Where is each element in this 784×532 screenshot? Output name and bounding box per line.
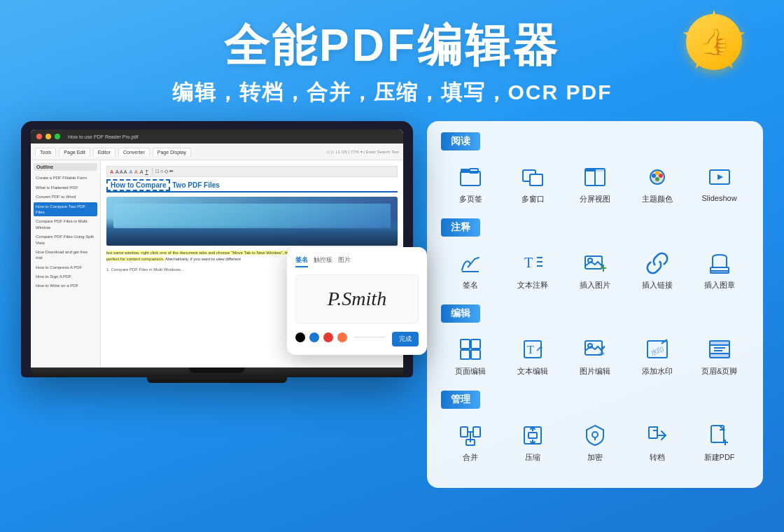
multi-window-label: 多窗口 bbox=[522, 194, 545, 204]
toolbar-tab-pageedit[interactable]: Page Edit bbox=[59, 148, 90, 156]
feature-encrypt[interactable]: 加密 bbox=[566, 417, 625, 467]
color-red[interactable] bbox=[323, 332, 333, 342]
sidebar-panel: Outline Create a PDF Fillable Form What … bbox=[31, 160, 101, 368]
pdf-title: How to Compare Two PDF Files bbox=[106, 181, 398, 192]
svg-rect-32 bbox=[471, 350, 480, 359]
svg-rect-31 bbox=[461, 350, 470, 359]
insert-link-label: 插入链接 bbox=[642, 280, 673, 290]
svg-text:水印: 水印 bbox=[649, 345, 665, 357]
feature-split-view[interactable]: 分屏视图 bbox=[566, 159, 625, 209]
feature-image-edit[interactable]: 图片编辑 bbox=[566, 331, 625, 381]
svg-rect-8 bbox=[586, 169, 594, 172]
sign-icon bbox=[456, 249, 484, 277]
toolbar-tab-tools[interactable]: Tools bbox=[35, 148, 56, 156]
color-orange[interactable] bbox=[337, 332, 347, 342]
page-edit-label: 页面编辑 bbox=[455, 366, 486, 377]
feature-slideshow[interactable]: Slideshow bbox=[690, 159, 749, 209]
outline-header: Outline bbox=[34, 163, 97, 171]
svg-rect-29 bbox=[461, 340, 470, 349]
section-edit: 编辑 页面编辑 bbox=[441, 304, 749, 381]
convert-label: 转档 bbox=[650, 452, 665, 463]
content-area: How to use PDF Reader Pro.pdf Tools Page… bbox=[0, 121, 784, 488]
header-footer-label: 页眉&页脚 bbox=[701, 366, 737, 377]
feature-header-footer[interactable]: 页眉&页脚 bbox=[690, 331, 749, 381]
header-footer-icon bbox=[706, 335, 734, 363]
feature-compress[interactable]: 压缩 bbox=[503, 417, 563, 467]
pdf-title-rest: Two PDF Files bbox=[172, 181, 220, 189]
svg-text:T: T bbox=[524, 255, 533, 270]
section-read: 阅读 多页签 bbox=[441, 132, 749, 209]
text-annotate-icon: T bbox=[519, 249, 547, 277]
header: 全能PDF编辑器 编辑，转档，合并，压缩，填写，OCR PDF bbox=[0, 0, 784, 107]
svg-text:T: T bbox=[527, 344, 534, 356]
card-tab-touchpad[interactable]: 触控板 bbox=[314, 255, 332, 267]
feature-page-edit[interactable]: 页面编辑 bbox=[441, 331, 500, 381]
color-black[interactable] bbox=[295, 332, 305, 342]
card-tab-sign[interactable]: 签名 bbox=[295, 255, 308, 267]
card-done-button[interactable]: 完成 bbox=[392, 332, 419, 346]
card-tab-image[interactable]: 图片 bbox=[338, 255, 351, 267]
feature-watermark[interactable]: 水印 添加水印 bbox=[627, 331, 687, 381]
dot-green bbox=[55, 134, 60, 139]
svg-rect-30 bbox=[471, 340, 480, 349]
feature-multi-tab[interactable]: 多页签 bbox=[441, 159, 500, 209]
image-edit-label: 图片编辑 bbox=[580, 366, 610, 377]
section-manage-label: 管理 bbox=[441, 391, 480, 409]
multi-tab-label: 多页签 bbox=[459, 194, 482, 204]
pdf-toolbar: A A A A A A A T □ ○ ◇ ✏ bbox=[106, 166, 398, 177]
svg-rect-4 bbox=[530, 174, 542, 186]
sidebar-item-6[interactable]: Compare PDF Files Using Split View bbox=[34, 232, 97, 247]
card-tabs: 签名 触控板 图片 bbox=[295, 255, 419, 267]
toolbar-tab-pagedisplay[interactable]: Page Display bbox=[153, 148, 191, 156]
floating-signature-card: 签名 触控板 图片 P.Smith 完成 bbox=[287, 247, 427, 355]
split-view-label: 分屏视图 bbox=[580, 194, 610, 204]
convert-icon bbox=[643, 421, 671, 449]
slideshow-label: Slideshow bbox=[702, 194, 737, 202]
signature-canvas: P.Smith bbox=[295, 274, 419, 323]
watermark-icon: 水印 bbox=[643, 335, 671, 363]
edit-features-grid: 页面编辑 T 文本编辑 bbox=[441, 331, 749, 381]
svg-marker-16 bbox=[718, 174, 723, 180]
sidebar-item-10[interactable]: How to Write on a PDF bbox=[34, 281, 97, 290]
feature-text-annotate[interactable]: T 文本注释 bbox=[503, 245, 563, 295]
color-blue[interactable] bbox=[309, 332, 319, 342]
sidebar-item-1[interactable]: Create a PDF Fillable Form bbox=[34, 174, 97, 182]
compress-icon bbox=[519, 421, 547, 449]
feature-text-edit[interactable]: T 文本编辑 bbox=[503, 331, 563, 381]
sidebar-item-8[interactable]: How to Compress A PDF bbox=[34, 263, 97, 272]
feature-insert-stamp[interactable]: 插入图章 bbox=[690, 245, 749, 295]
feature-sign[interactable]: 签名 bbox=[441, 245, 500, 295]
section-manage: 管理 合并 bbox=[441, 391, 749, 467]
toolbar-tab-editor[interactable]: Editor bbox=[93, 148, 115, 156]
sidebar-item-7[interactable]: How Download and get free trial bbox=[34, 248, 97, 262]
titlebar-filename: How to use PDF Reader Pro.pdf bbox=[68, 134, 138, 139]
page-edit-icon bbox=[456, 335, 484, 363]
right-panel: 阅读 多页签 bbox=[427, 121, 763, 488]
pdf-image bbox=[106, 197, 398, 246]
feature-new-pdf[interactable]: 新建PDF bbox=[690, 417, 749, 467]
feature-theme[interactable]: 主题颜色 bbox=[627, 159, 687, 209]
sidebar-item-9[interactable]: How to Sign A PDF bbox=[34, 272, 97, 281]
sidebar-item-4[interactable]: How to Compare Two PDF Files bbox=[34, 202, 97, 217]
sidebar-item-2[interactable]: What is Flattened PDF bbox=[34, 183, 97, 192]
laptop-toolbar: Tools Page Edit Editor Converter Page Di… bbox=[31, 144, 403, 160]
section-edit-label: 编辑 bbox=[441, 304, 480, 323]
svg-rect-51 bbox=[473, 427, 480, 437]
feature-convert[interactable]: 转档 bbox=[627, 417, 687, 467]
toolbar-tab-converter[interactable]: Converter bbox=[118, 148, 150, 156]
read-features-grid: 多页签 多窗口 bbox=[441, 159, 749, 209]
laptop-stand bbox=[147, 377, 287, 383]
dot-yellow bbox=[46, 134, 51, 139]
signature-display: P.Smith bbox=[328, 278, 386, 320]
feature-insert-image[interactable]: 插入图片 bbox=[566, 245, 625, 295]
sidebar-item-5[interactable]: Compare PDF Files in Multi-Window bbox=[34, 217, 97, 232]
feature-insert-link[interactable]: 插入链接 bbox=[627, 245, 687, 295]
feature-multi-window[interactable]: 多窗口 bbox=[503, 159, 563, 209]
merge-icon bbox=[456, 421, 484, 449]
sidebar-item-3[interactable]: Convert PDF to Word bbox=[34, 192, 97, 201]
new-pdf-icon bbox=[706, 421, 734, 449]
feature-merge[interactable]: 合并 bbox=[441, 417, 500, 467]
insert-stamp-icon bbox=[706, 249, 734, 277]
sign-label: 签名 bbox=[463, 280, 478, 290]
encrypt-label: 加密 bbox=[587, 452, 603, 463]
